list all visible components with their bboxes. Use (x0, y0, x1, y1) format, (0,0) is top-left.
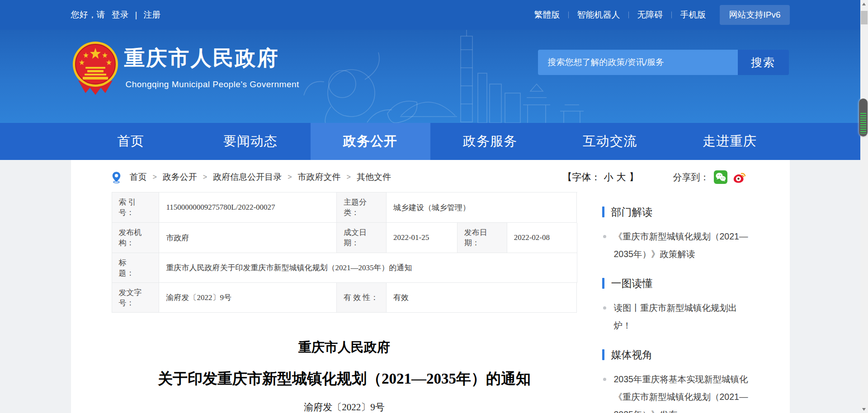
meta-validity-value: 有效 (387, 283, 577, 313)
section-title-text: 一图读懂 (611, 277, 653, 291)
meta-title-value: 重庆市人民政府关于印发重庆市新型城镇化规划（2021—2035年）的通知 (159, 253, 577, 283)
breadcrumb-row: 首页 > 政务公开 > 政府信息公开目录 > 市政府文件 > 其他文件 【字体：… (71, 167, 790, 187)
breadcrumb: 首页 > 政务公开 > 政府信息公开目录 > 市政府文件 > 其他文件 (112, 167, 391, 187)
section-accent-bar (602, 206, 604, 217)
scroll-down-arrow-icon (862, 408, 866, 411)
meta-agency-label: 发布机构： (112, 223, 160, 253)
crumb-home[interactable]: 首页 (130, 171, 147, 183)
meta-doc-no-label: 发文字号： (112, 283, 160, 313)
share-label: 分享到： (673, 171, 709, 183)
document-issuer: 重庆市人民政府 (112, 339, 577, 355)
weibo-icon[interactable] (732, 170, 746, 184)
login-area: 您好，请 登录 | 注册 (71, 9, 161, 21)
scroll-up-arrow-icon (862, 3, 866, 5)
sidebar-link-infographic[interactable]: 读图丨重庆市新型城镇化规划出炉！ (602, 299, 751, 334)
crumb-separator: > (203, 173, 207, 181)
font-ctrl-suffix: 】 (629, 171, 639, 183)
meta-doc-no-value: 渝府发〔2022〕9号 (159, 283, 337, 313)
font-ctrl-prefix: 【字体： (563, 171, 601, 183)
nav-item-home[interactable]: 首页 (71, 123, 191, 160)
meta-validity-label: 有 效 性： (337, 283, 387, 313)
national-emblem-logo (72, 41, 119, 96)
nav-item-about-chongqing[interactable]: 走进重庆 (670, 123, 790, 160)
font-larger-button[interactable]: 大 (617, 171, 626, 183)
main-navigation: 首页 要闻动态 政务公开 政务服务 互动交流 走进重庆 (0, 123, 860, 160)
section-title-text: 媒体视角 (611, 348, 653, 362)
login-register-divider: | (135, 10, 137, 20)
traditional-chinese-link[interactable]: 繁體版 (525, 9, 568, 21)
font-smaller-button[interactable]: 小 (604, 171, 613, 183)
scroll-progress-stripes-icon (860, 113, 866, 134)
accessibility-link[interactable]: 无障碍 (628, 9, 671, 21)
vertical-scrollbar[interactable] (860, 0, 868, 413)
document-number: 渝府发〔2022〕9号 (112, 401, 577, 413)
sidebar-section-title: 部门解读 (602, 205, 790, 219)
greeting-text: 您好，请 (71, 9, 105, 21)
nav-item-interaction[interactable]: 互动交流 (550, 123, 670, 160)
scroll-down-button[interactable] (860, 405, 868, 413)
mobile-version-link[interactable]: 手机版 (671, 9, 714, 21)
scroll-progress-widget[interactable] (859, 99, 868, 136)
top-utility-bar: 您好，请 登录 | 注册 繁體版 智能机器人 无障碍 手机版 网站支持IPv6 (0, 0, 860, 30)
nav-item-gov-disclosure[interactable]: 政务公开 (311, 123, 430, 160)
search-input[interactable] (538, 50, 738, 75)
crumb-city-documents[interactable]: 市政府文件 (298, 171, 341, 183)
site-title: 重庆市人民政府 (124, 44, 279, 72)
sidebar-section-media-view: 媒体视角 2035年重庆将基本实现新型城镇化 《重庆市新型城镇化规划（2021—… (602, 348, 790, 413)
site-subtitle: Chongqing Municipal People's Government (126, 80, 299, 89)
meta-publish-date-value: 2022-02-08 (507, 223, 577, 253)
login-link[interactable]: 登录 (112, 9, 129, 21)
sidebar-section-department-interpretation: 部门解读 《重庆市新型城镇化规划（2021—2035年）》政策解读 (602, 205, 790, 263)
document-title-block: 重庆市人民政府 关于印发重庆市新型城镇化规划（2021—2035年）的通知 渝府… (112, 339, 577, 413)
meta-agency-value: 市政府 (159, 223, 337, 253)
meta-index-label: 索 引 号： (112, 192, 160, 223)
search-button[interactable]: 搜索 (738, 50, 789, 75)
scrollbar-thumb[interactable] (861, 11, 868, 24)
site-header: 重庆市人民政府 Chongqing Municipal People's Gov… (0, 30, 860, 123)
scroll-up-button[interactable] (860, 0, 868, 8)
document-metadata-table: 索 引 号： 11500000009275780L/2022-00027 主题分… (112, 192, 577, 313)
meta-category-label: 主题分类： (337, 192, 387, 223)
crumb-gov-disclosure[interactable]: 政务公开 (163, 171, 197, 183)
register-link[interactable]: 注册 (143, 9, 160, 21)
sidebar-section-title: 媒体视角 (602, 348, 790, 361)
section-accent-bar (602, 278, 604, 289)
ipv6-support-badge[interactable]: 网站支持IPv6 (720, 5, 789, 25)
meta-category-value: 城乡建设（城乡管理） (387, 192, 577, 223)
section-accent-bar (602, 349, 604, 360)
sidebar-section-infographic: 一图读懂 读图丨重庆市新型城镇化规划出炉！ (602, 277, 790, 334)
crumb-separator: > (347, 173, 351, 181)
sidebar-section-title: 一图读懂 (602, 277, 790, 290)
utility-links: 繁體版 智能机器人 无障碍 手机版 网站支持IPv6 (525, 5, 789, 25)
meta-written-date-value: 2022-01-25 (387, 223, 458, 253)
site-search: 搜索 (538, 50, 789, 75)
section-title-text: 部门解读 (611, 205, 653, 219)
page-body: 首页 > 政务公开 > 政府信息公开目录 > 市政府文件 > 其他文件 【字体：… (0, 160, 860, 413)
meta-index-value: 11500000009275780L/2022-00027 (159, 192, 337, 223)
related-links-sidebar: 部门解读 《重庆市新型城镇化规划（2021—2035年）》政策解读 一图读懂 读… (602, 205, 790, 413)
meta-publish-date-label: 发布日期： (458, 223, 507, 253)
crumb-other-documents[interactable]: 其他文件 (357, 171, 391, 183)
nav-item-news[interactable]: 要闻动态 (191, 123, 311, 160)
sidebar-link-media-article[interactable]: 2035年重庆将基本实现新型城镇化 《重庆市新型城镇化规划（2021—2035年… (602, 371, 751, 413)
smart-robot-link[interactable]: 智能机器人 (568, 9, 628, 21)
meta-title-label: 标 题： (112, 253, 160, 283)
document-title: 关于印发重庆市新型城镇化规划（2021—2035年）的通知 (112, 369, 577, 389)
crumb-separator: > (288, 173, 292, 181)
wechat-icon[interactable] (713, 170, 728, 184)
location-pin-icon (112, 171, 121, 183)
meta-written-date-label: 成文日期： (337, 223, 387, 253)
share-bar: 分享到： (673, 167, 746, 187)
header-cityscape-art (71, 30, 790, 123)
sidebar-link-policy-interpretation[interactable]: 《重庆市新型城镇化规划（2021—2035年）》政策解读 (602, 228, 751, 263)
crumb-separator: > (153, 173, 157, 181)
nav-item-gov-services[interactable]: 政务服务 (430, 123, 550, 160)
font-size-controls: 【字体： 小 大 】 (563, 167, 639, 187)
crumb-info-catalog[interactable]: 政府信息公开目录 (213, 171, 282, 183)
